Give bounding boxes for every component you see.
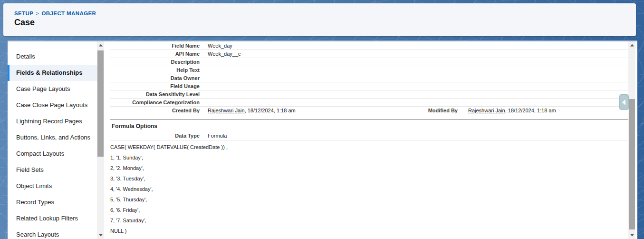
row-value xyxy=(200,99,628,106)
modified-by-value: Rajeshwari Jain, 18/12/2024, 1:18 am xyxy=(458,107,556,115)
data-type-label: Data Type xyxy=(110,131,200,140)
sidebar-item-compact-layouts[interactable]: Compact Layouts xyxy=(8,146,97,162)
row-label: Field Usage xyxy=(110,82,200,90)
collapse-panel-button[interactable] xyxy=(619,94,629,110)
sidebar-item-field-sets[interactable]: Field Sets xyxy=(8,162,97,178)
created-by-link[interactable]: Rajeshwari Jain xyxy=(208,108,245,113)
sidebar-item-case-page-layouts[interactable]: Case Page Layouts xyxy=(8,81,97,97)
row-label: Description xyxy=(110,58,200,66)
table-row-data-sensitivity-level: Data Sensitivity Level xyxy=(110,90,628,99)
formula-text-block: CASE( WEEKDAY( DATEVALUE( CreatedDate ))… xyxy=(110,140,628,239)
formula-line: 1, '1. Sunday', xyxy=(110,152,628,163)
breadcrumb-setup-link[interactable]: SETUP xyxy=(14,10,33,16)
content-panel: Details Fields & Relationships Case Page… xyxy=(8,40,637,239)
modified-by-date: , 18/12/2024, 1:18 am xyxy=(505,108,556,113)
main-scroll-up-button[interactable] xyxy=(628,41,635,49)
collapse-arrow-icon xyxy=(622,100,625,105)
data-type-value: Formula xyxy=(200,131,628,140)
table-row-api-name: API Name Week_day__c xyxy=(110,50,628,58)
sidebar-scroll-down-button[interactable] xyxy=(97,231,104,239)
row-value xyxy=(200,66,628,74)
setup-header-card: SETUP>OBJECT MANAGER Case xyxy=(3,3,636,36)
row-value: Week_day__c xyxy=(200,50,628,58)
table-row-compliance-categorization: Compliance Categorization xyxy=(110,99,628,107)
field-detail-table: Field Name Week_day API Name Week_day__c… xyxy=(110,42,628,239)
formula-line: 7, '7. Saturday', xyxy=(110,215,628,226)
sidebar-scrollbar[interactable] xyxy=(97,41,104,239)
breadcrumb-object-manager-link[interactable]: OBJECT MANAGER xyxy=(41,10,96,16)
row-label: API Name xyxy=(110,50,200,58)
table-row-created-modified: Created By Rajeshwari Jain, 18/12/2024, … xyxy=(110,107,628,115)
modified-by-label: Modified By xyxy=(386,107,458,115)
sidebar-item-details[interactable]: Details xyxy=(8,49,97,65)
created-by-label: Created By xyxy=(110,107,200,115)
table-row-description: Description xyxy=(110,58,628,66)
sidebar-item-object-limits[interactable]: Object Limits xyxy=(8,178,97,194)
sidebar-item-fields-relationships[interactable]: Fields & Relationships xyxy=(8,65,104,81)
row-value xyxy=(200,90,628,98)
chevron-up-icon xyxy=(99,44,103,47)
sidebar-item-related-lookup-filters[interactable]: Related Lookup Filters xyxy=(8,210,97,227)
chevron-down-icon xyxy=(630,234,634,237)
row-label: Data Owner xyxy=(110,74,200,82)
row-label: Field Name xyxy=(110,42,200,50)
formula-options-heading: Formula Options xyxy=(110,120,628,131)
row-value xyxy=(200,74,628,82)
chevron-down-icon xyxy=(99,234,103,237)
main-scrollbar[interactable] xyxy=(628,41,635,239)
sidebar-item-buttons-links-actions[interactable]: Buttons, Links, and Actions xyxy=(8,129,97,146)
formula-line: 3, '3. Tuesday', xyxy=(110,173,628,184)
formula-line: 5, '5. Thursday', xyxy=(110,194,628,205)
field-detail-panel: Field Name Week_day API Name Week_day__c… xyxy=(104,42,628,239)
sidebar-item-search-layouts[interactable]: Search Layouts xyxy=(8,227,97,239)
breadcrumb-separator: > xyxy=(36,10,39,16)
row-label: Help Text xyxy=(110,66,200,74)
breadcrumb: SETUP>OBJECT MANAGER xyxy=(14,10,636,16)
table-row-data-owner: Data Owner xyxy=(110,74,628,82)
chevron-up-icon xyxy=(630,44,634,47)
row-value xyxy=(200,58,628,66)
formula-line: NULL ) xyxy=(110,226,628,236)
row-label: Compliance Categorization xyxy=(110,99,200,106)
table-row-field-name: Field Name Week_day xyxy=(110,42,628,50)
object-manager-sidebar: Details Fields & Relationships Case Page… xyxy=(8,41,97,239)
formula-line: CASE( WEEKDAY( DATEVALUE( CreatedDate ))… xyxy=(110,142,628,152)
formula-line: 4, '4. Wednesday', xyxy=(110,184,628,194)
table-row-help-text: Help Text xyxy=(110,66,628,74)
row-label: Data Sensitivity Level xyxy=(110,90,200,98)
sidebar-scrollbar-thumb[interactable] xyxy=(97,50,104,157)
created-by-date: , 18/12/2024, 1:18 am xyxy=(245,108,296,113)
formula-line: 2, '2. Monday', xyxy=(110,163,628,173)
row-value xyxy=(200,82,628,90)
modified-by-link[interactable]: Rajeshwari Jain xyxy=(468,108,505,113)
sidebar-item-case-close-page-layouts[interactable]: Case Close Page Layouts xyxy=(8,97,97,113)
table-row-field-usage: Field Usage xyxy=(110,82,628,90)
main-scrollbar-thumb[interactable] xyxy=(629,99,635,229)
page-title: Case xyxy=(14,18,636,28)
table-row-data-type: Data Type Formula xyxy=(110,131,628,140)
main-scroll-down-button[interactable] xyxy=(628,231,635,239)
sidebar-scroll-up-button[interactable] xyxy=(97,41,104,49)
row-value: Week_day xyxy=(200,42,628,50)
sidebar-item-record-types[interactable]: Record Types xyxy=(8,194,97,210)
sidebar-item-lightning-record-pages[interactable]: Lightning Record Pages xyxy=(8,113,97,129)
formula-line: 6, '6. Friday', xyxy=(110,205,628,215)
created-by-value: Rajeshwari Jain, 18/12/2024, 1:18 am xyxy=(200,107,386,115)
